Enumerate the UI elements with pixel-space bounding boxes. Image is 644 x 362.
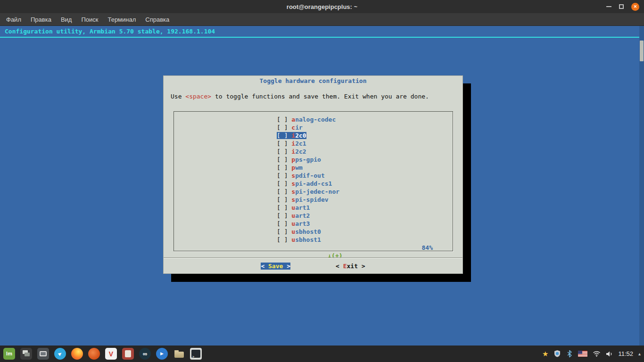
show-desktop-icon[interactable] xyxy=(20,348,32,360)
checklist-item-i2c0[interactable]: [ ] i2c0 xyxy=(174,132,453,140)
v-glyph: V xyxy=(109,351,113,357)
item-label: i2c0 xyxy=(291,132,306,139)
mint-logo-icon: lm xyxy=(6,351,12,356)
item-label: spdif-out xyxy=(291,172,324,179)
menu-edit[interactable]: Правка xyxy=(26,14,56,25)
checkbox: [ ] xyxy=(277,172,288,179)
menu-help[interactable]: Справка xyxy=(140,14,174,25)
instruction-pre: Use xyxy=(171,93,185,100)
checkbox: [ ] xyxy=(277,156,288,163)
item-label: spi-jedec-nor xyxy=(291,188,339,195)
scroll-percentage: 84% xyxy=(422,244,433,252)
checkbox: [ ] xyxy=(277,236,288,243)
red-app-icon[interactable] xyxy=(122,348,134,360)
paper-plane-glyph: ▶ xyxy=(58,351,63,356)
checklist-item-i2c2[interactable]: [ ] i2c2 xyxy=(174,148,453,156)
checkbox: [ ] xyxy=(277,228,288,235)
checkbox: [ ] xyxy=(277,132,288,139)
window-titlebar: root@orangepipcplus: ~ ✕ xyxy=(0,0,644,13)
checkbox: [ ] xyxy=(277,124,288,131)
checkbox: [ ] xyxy=(277,180,288,187)
item-label: pwm xyxy=(291,164,302,171)
mint-menu-button[interactable]: lm xyxy=(3,348,15,360)
menu-terminal[interactable]: Терминал xyxy=(103,14,140,25)
window-list-icon[interactable] xyxy=(37,348,49,360)
checkbox: [ ] xyxy=(277,116,288,123)
terminal-screen: Configuration utility, Armbian 5.70 stab… xyxy=(0,26,644,346)
taskbar: lm ▶ V ∞ ▶ >_ ★ xyxy=(0,346,644,362)
infinity-app-icon[interactable]: ∞ xyxy=(139,348,151,360)
orange-app-icon[interactable] xyxy=(88,348,100,360)
dialog-instruction: Use <space> to toggle functions and save… xyxy=(171,93,429,100)
header-divider xyxy=(0,37,639,38)
menu-file[interactable]: Файл xyxy=(1,14,26,25)
checklist-item-usbhost0[interactable]: [ ] usbhost0 xyxy=(174,228,453,236)
checkbox: [ ] xyxy=(277,220,288,227)
checklist-item-analog-codec[interactable]: [ ] analog-codec xyxy=(174,115,453,123)
favorites-star-icon[interactable]: ★ xyxy=(542,348,548,360)
file-manager-icon[interactable] xyxy=(173,348,185,360)
checkbox: [ ] xyxy=(277,140,288,147)
clock[interactable]: 11:52 xyxy=(618,348,633,360)
checklist-item-spi-jedec-nor[interactable]: [ ] spi-jedec-nor xyxy=(174,188,453,196)
volume-icon[interactable] xyxy=(606,348,613,360)
blue-app-icon[interactable]: ▶ xyxy=(156,348,168,360)
instruction-post: to toggle functions and save them. Exit … xyxy=(211,93,429,100)
save-button[interactable]: < Save > xyxy=(261,263,290,270)
infinity-glyph: ∞ xyxy=(143,351,147,357)
scrollbar-thumb[interactable] xyxy=(640,41,644,61)
prompt-glyph: >_ xyxy=(192,355,196,359)
item-label: usbhost0 xyxy=(291,228,321,235)
maximize-icon[interactable] xyxy=(619,4,624,9)
menu-view[interactable]: Вид xyxy=(56,14,77,25)
window-frame-shape xyxy=(40,351,47,356)
menu-search[interactable]: Поиск xyxy=(76,14,103,25)
checklist-item-uart2[interactable]: [ ] uart2 xyxy=(174,212,453,220)
config-utility-header: Configuration utility, Armbian 5.70 stab… xyxy=(5,28,215,35)
chevron-up-glyph: ▴ xyxy=(638,351,641,356)
vivaldi-icon[interactable]: V xyxy=(105,348,117,360)
checklist-item-i2c1[interactable]: [ ] i2c1 xyxy=(174,140,453,148)
telegram-icon[interactable]: ▶ xyxy=(54,348,66,360)
button-separator xyxy=(164,257,462,258)
maximize-glyph xyxy=(619,4,624,9)
wifi-icon[interactable] xyxy=(593,348,601,360)
checklist-item-spi-spidev[interactable]: [ ] spi-spidev xyxy=(174,196,453,204)
checklist-item-pwm[interactable]: [ ] pwm xyxy=(174,164,453,172)
checklist-item-uart3[interactable]: [ ] uart3 xyxy=(174,220,453,228)
exit-button[interactable]: < Exit > xyxy=(336,263,365,270)
checkbox: [ ] xyxy=(277,148,288,155)
firefox-icon[interactable] xyxy=(71,348,83,360)
hardware-checklist: [ ] analog-codec[ ] cir[ ] i2c0[ ] i2c1[… xyxy=(173,111,453,251)
card-shape xyxy=(125,350,131,357)
taskbar-launchers: lm ▶ V ∞ ▶ >_ xyxy=(3,348,202,360)
close-icon[interactable]: ✕ xyxy=(631,3,639,11)
bluetooth-icon[interactable] xyxy=(566,348,573,360)
checkbox: [ ] xyxy=(277,164,288,171)
window-controls: ✕ xyxy=(606,0,639,13)
terminal-menubar: Файл Правка Вид Поиск Терминал Справка xyxy=(0,13,644,26)
bluetooth-svg xyxy=(566,350,573,358)
terminal-launcher-icon[interactable]: >_ xyxy=(190,348,202,360)
checklist-item-spdif-out[interactable]: [ ] spdif-out xyxy=(174,172,453,180)
checklist-item-uart1[interactable]: [ ] uart1 xyxy=(174,204,453,212)
terminal-scrollbar[interactable] xyxy=(639,26,644,346)
checklist-item-cir[interactable]: [ ] cir xyxy=(174,123,453,132)
keyboard-layout-us-flag[interactable] xyxy=(578,351,587,357)
checklist-item-usbhost1[interactable]: [ ] usbhost1 xyxy=(174,236,453,244)
checklist-item-spi-add-cs1[interactable]: [ ] spi-add-cs1 xyxy=(174,180,453,188)
list-footer: ↓(+) 84% xyxy=(174,244,453,252)
minimize-icon[interactable] xyxy=(606,6,611,7)
item-label: spi-spidev xyxy=(291,196,328,203)
checkbox: [ ] xyxy=(277,188,288,195)
shield-svg xyxy=(553,350,561,358)
minimize-glyph xyxy=(606,6,611,7)
toggle-hardware-dialog: Toggle hardware configuration Use <space… xyxy=(163,75,463,274)
update-shield-icon[interactable] xyxy=(553,348,561,360)
item-label: cir xyxy=(291,124,302,131)
tray-expand-icon[interactable]: ▴ xyxy=(638,348,641,360)
checklist-item-pps-gpio[interactable]: [ ] pps-gpio xyxy=(174,156,453,164)
item-label: usbhost1 xyxy=(291,236,321,243)
checkbox: [ ] xyxy=(277,212,288,219)
folder-tab-shape xyxy=(174,350,179,352)
